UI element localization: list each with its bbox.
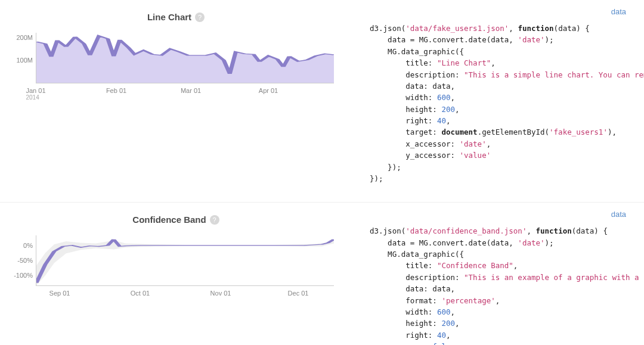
y-tick: 100M (16, 57, 33, 64)
y-tick: -50% (17, 257, 33, 264)
x-tick: Jan 012014 (26, 87, 45, 101)
chart-panel: Line Chart ? 200M100M Jan 012014Feb 01Ma… (0, 6, 352, 190)
x-tick: Nov 01 (210, 290, 231, 297)
chart-svg (36, 33, 334, 83)
code-panel: data d3.json('data/confidence_band.json'… (352, 209, 644, 345)
code-snippet: d3.json('data/fake_users1.json', functio… (370, 23, 644, 184)
example-line-chart: Line Chart ? 200M100M Jan 012014Feb 01Ma… (0, 0, 644, 203)
chart-panel: Confidence Band ? 0%-50%-100% Sep 01Oct … (0, 209, 352, 345)
line-chart: 200M100M Jan 012014Feb 01Mar 01Apr 01 (36, 33, 334, 105)
x-tick: Dec 01 (288, 290, 309, 297)
x-tick: Sep 01 (49, 290, 70, 297)
y-tick: 0% (23, 242, 33, 249)
chart-title: Line Chart (147, 12, 191, 22)
chart-title: Confidence Band (132, 215, 206, 225)
help-icon[interactable]: ? (195, 13, 205, 22)
y-tick: -100% (14, 272, 33, 279)
y-tick: 200M (16, 34, 33, 41)
data-link[interactable]: data (611, 7, 626, 16)
confidence-band-chart: 0%-50%-100% Sep 01Oct 01Nov 01Dec 01 (36, 235, 334, 307)
code-snippet: d3.json('data/confidence_band.json', fun… (370, 225, 644, 345)
help-icon[interactable]: ? (210, 215, 219, 225)
x-tick: Feb 01 (106, 87, 126, 94)
x-tick: Apr 01 (259, 87, 278, 94)
code-panel: data d3.json('data/fake_users1.json', fu… (352, 6, 644, 190)
example-confidence-band: Confidence Band ? 0%-50%-100% Sep 01Oct … (0, 203, 644, 345)
chart-svg (36, 235, 334, 285)
x-tick: Oct 01 (131, 290, 150, 297)
data-link[interactable]: data (611, 210, 626, 219)
x-tick: Mar 01 (181, 87, 201, 94)
